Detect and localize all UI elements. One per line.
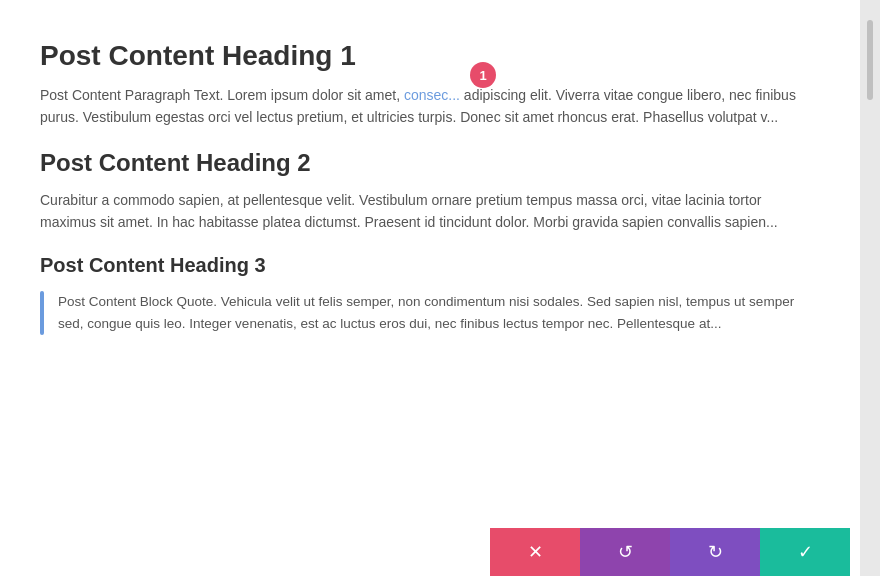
scrollbar-thumb[interactable] xyxy=(867,20,873,100)
post-heading-3: Post Content Heading 3 xyxy=(40,254,820,277)
save-icon: ✓ xyxy=(798,541,813,563)
paragraph-link[interactable]: consec... xyxy=(404,87,460,103)
save-button[interactable]: ✓ xyxy=(760,528,850,576)
content-area: Post Content Heading 1 Post Content Para… xyxy=(0,0,860,576)
post-paragraph-2: Curabitur a commodo sapien, at pellentes… xyxy=(40,189,820,234)
blockquote-bar xyxy=(40,291,44,336)
post-heading-1: Post Content Heading 1 xyxy=(40,40,820,72)
post-paragraph-1: Post Content Paragraph Text. Lorem ipsum… xyxy=(40,84,820,129)
notification-badge: 1 xyxy=(470,62,496,88)
reset-icon: ↺ xyxy=(618,541,633,563)
cancel-button[interactable]: ✕ xyxy=(490,528,580,576)
redo-icon: ↻ xyxy=(708,541,723,563)
cancel-icon: ✕ xyxy=(528,541,543,563)
bottom-toolbar: ✕ ↺ ↻ ✓ xyxy=(490,528,850,576)
scrollbar[interactable] xyxy=(860,0,880,576)
post-heading-2: Post Content Heading 2 xyxy=(40,149,820,177)
blockquote-text: Post Content Block Quote. Vehicula velit… xyxy=(58,291,820,336)
redo-button[interactable]: ↻ xyxy=(670,528,760,576)
reset-button[interactable]: ↺ xyxy=(580,528,670,576)
blockquote-wrapper: Post Content Block Quote. Vehicula velit… xyxy=(40,291,820,336)
